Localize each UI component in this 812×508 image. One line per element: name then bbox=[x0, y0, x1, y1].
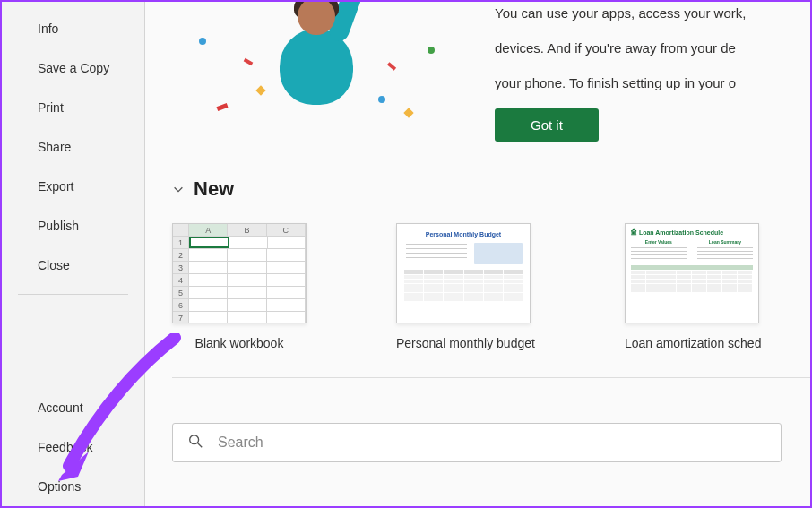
sidebar-item-info[interactable]: Info bbox=[2, 9, 144, 48]
sidebar-item-close[interactable]: Close bbox=[2, 245, 144, 285]
template-personal-monthly-budget[interactable]: Personal Monthly Budget bbox=[396, 223, 535, 350]
sidebar-item-feedback[interactable]: Feedback bbox=[2, 427, 144, 467]
got-it-button[interactable]: Got it bbox=[495, 108, 599, 142]
template-label: Personal monthly budget bbox=[396, 336, 535, 350]
svg-point-0 bbox=[190, 435, 199, 444]
main-content: You can use your apps, access your work,… bbox=[145, 2, 810, 506]
bank-icon: 🏛 bbox=[631, 229, 637, 236]
sidebar-item-share[interactable]: Share bbox=[2, 127, 144, 167]
sidebar-item-account[interactable]: Account bbox=[2, 388, 144, 427]
sidebar-item-options[interactable]: Options bbox=[2, 467, 144, 506]
new-section-header[interactable]: New bbox=[172, 177, 810, 201]
template-thumbnail: A B C 1 2 3 4 5 6 7 bbox=[172, 223, 307, 323]
banner-message-line: your phone. To finish setting up in your… bbox=[495, 73, 810, 92]
celebration-illustration bbox=[172, 2, 459, 127]
sidebar-item-export[interactable]: Export bbox=[2, 167, 144, 206]
banner-message-line: You can use your apps, access your work, bbox=[495, 4, 810, 22]
section-title-new: New bbox=[194, 177, 234, 201]
template-gallery: A B C 1 2 3 4 5 6 7 Blank workbook bbox=[172, 223, 810, 377]
template-label: Loan amortization sched bbox=[625, 336, 762, 350]
chevron-down-icon bbox=[172, 183, 185, 195]
search-icon bbox=[187, 433, 203, 452]
sidebar-item-print[interactable]: Print bbox=[2, 88, 144, 127]
sidebar-item-save-a-copy[interactable]: Save a Copy bbox=[2, 48, 144, 88]
onboarding-banner: You can use your apps, access your work,… bbox=[172, 2, 810, 142]
section-divider bbox=[172, 377, 810, 378]
template-loan-amortization[interactable]: 🏛Loan Amortization Schedule Enter Values… bbox=[625, 223, 762, 350]
template-thumbnail: Personal Monthly Budget bbox=[396, 223, 531, 323]
template-blank-workbook[interactable]: A B C 1 2 3 4 5 6 7 Blank workbook bbox=[172, 223, 307, 350]
banner-message-line: devices. And if you're away from your de bbox=[495, 39, 810, 57]
search-box[interactable] bbox=[172, 423, 782, 462]
template-label: Blank workbook bbox=[172, 336, 307, 350]
backstage-sidebar: Info Save a Copy Print Share Export Publ… bbox=[2, 2, 145, 506]
sidebar-divider bbox=[18, 294, 128, 295]
sidebar-item-publish[interactable]: Publish bbox=[2, 206, 144, 245]
template-thumbnail: 🏛Loan Amortization Schedule Enter Values… bbox=[625, 223, 759, 323]
svg-line-1 bbox=[198, 443, 203, 448]
search-input[interactable] bbox=[218, 435, 766, 451]
